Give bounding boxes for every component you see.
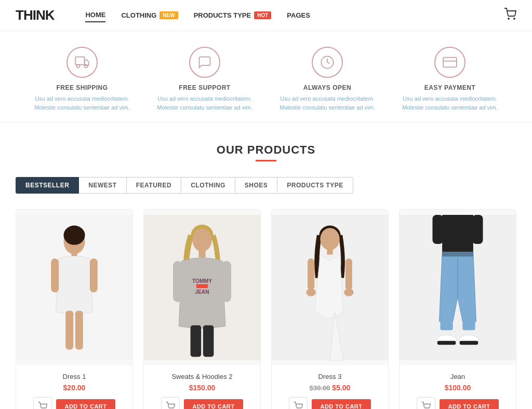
svg-point-39: [344, 289, 354, 296]
product-card-jean: Jean $100.00 ADD TO CART: [399, 209, 516, 409]
svg-rect-52: [460, 341, 478, 345]
svg-rect-26: [221, 261, 231, 302]
feature-easy-payment: EASY PAYMENT Usu ad vero accusata medioc…: [398, 47, 502, 112]
section-title: OUR PRODUCTS: [16, 143, 516, 157]
filter-tabs: BESTSELLER NEWEST FEATURED CLOTHING SHOE…: [16, 177, 516, 194]
svg-rect-6: [443, 58, 457, 67]
feature-support-title: FREE SUPPORT: [179, 84, 230, 91]
product-image-dress1: [16, 210, 132, 365]
cart-icon-jean[interactable]: [417, 397, 435, 409]
tab-products-type[interactable]: PRODUCTS TYPE: [277, 177, 353, 194]
svg-point-1: [514, 18, 515, 19]
svg-rect-45: [472, 215, 483, 244]
svg-rect-15: [75, 311, 83, 350]
feature-support-desc: Usu ad vero accusata mediocritatem. Mole…: [153, 94, 257, 112]
payment-icon: [434, 47, 466, 78]
cart-button[interactable]: [504, 8, 516, 23]
clock-icon: [312, 47, 343, 78]
feature-open-title: ALWAYS OPEN: [303, 84, 351, 91]
feature-payment-desc: Usu ad vero accusata mediocritatem. Mole…: [398, 94, 502, 112]
svg-rect-37: [345, 258, 352, 290]
svg-point-20: [192, 228, 211, 252]
product-card-hoodie: TOMMY JEAN Sweats & Hoodies 2 $150.00: [143, 209, 261, 409]
feature-free-shipping: FREE SHIPPING Usu ad vero accusata medio…: [30, 47, 134, 112]
products-section: OUR PRODUCTS BESTSELLER NEWEST FEATURED …: [0, 122, 532, 409]
svg-rect-12: [51, 258, 59, 292]
add-to-cart-button-hoodie[interactable]: ADD TO CART: [184, 399, 243, 409]
features-section: FREE SHIPPING Usu ad vero accusata medio…: [0, 31, 532, 122]
product-grid: Dress 1 $20.00 ADD TO CART: [16, 209, 516, 409]
product-price-dress1: $20.00: [21, 384, 127, 392]
product-name-dress3: Dress 3: [277, 373, 383, 380]
shipping-icon: [66, 47, 98, 78]
svg-rect-48: [462, 320, 475, 330]
add-to-cart-row-dress1: ADD TO CART: [21, 397, 127, 409]
product-info-jean: Jean $100.00 ADD TO CART: [400, 365, 516, 409]
feature-payment-title: EASY PAYMENT: [424, 84, 475, 91]
tab-shoes[interactable]: SHOES: [235, 177, 278, 194]
svg-point-38: [306, 289, 316, 296]
navbar: THINK HOME CLOTHING NEW PRODUCTS TYPE HO…: [0, 0, 532, 31]
svg-rect-47: [440, 320, 453, 330]
feature-shipping-desc: Usu ad vero accusata mediocritatem. Mole…: [30, 94, 134, 112]
product-info-hoodie: Sweats & Hoodies 2 $150.00 ADD TO CART: [144, 365, 260, 409]
feature-free-support: FREE SUPPORT Usu ad vero accusata medioc…: [153, 47, 257, 112]
tab-bestseller[interactable]: BESTSELLER: [16, 177, 79, 194]
tab-newest[interactable]: NEWEST: [79, 177, 126, 194]
svg-rect-36: [308, 258, 314, 290]
nav-item-home[interactable]: HOME: [85, 8, 105, 22]
section-underline: [256, 160, 276, 161]
product-name-hoodie: Sweats & Hoodies 2: [149, 373, 255, 380]
feature-open-desc: Usu ad vero accusata mediocritatem. Mole…: [275, 94, 379, 112]
product-name-jean: Jean: [405, 373, 511, 380]
product-price-jean: $100.00: [405, 384, 511, 392]
svg-rect-53: [442, 252, 473, 256]
svg-rect-29: [198, 251, 205, 257]
cart-icon-dress1[interactable]: [33, 397, 52, 409]
site-logo[interactable]: THINK: [16, 7, 54, 23]
svg-rect-35: [327, 249, 332, 254]
nav-item-products-type[interactable]: PRODUCTS TYPE HOT: [194, 9, 272, 22]
svg-rect-28: [203, 325, 214, 357]
svg-rect-14: [65, 311, 73, 350]
product-image-jean: [400, 210, 516, 365]
svg-rect-13: [90, 258, 98, 292]
add-to-cart-button-jean[interactable]: ADD TO CART: [440, 399, 498, 409]
product-image-hoodie: TOMMY JEAN: [144, 210, 260, 365]
nav-item-clothing[interactable]: CLOTHING NEW: [121, 9, 178, 22]
product-price-dress3: $30.00$5.00: [277, 384, 383, 392]
svg-point-34: [320, 228, 339, 250]
svg-rect-23: [196, 284, 208, 288]
support-icon: [189, 47, 220, 78]
nav-item-pages[interactable]: PAGES: [287, 9, 310, 22]
svg-point-4: [85, 65, 88, 68]
svg-rect-51: [437, 341, 456, 345]
tab-clothing[interactable]: CLOTHING: [181, 177, 235, 194]
product-info-dress1: Dress 1 $20.00 ADD TO CART: [16, 365, 132, 409]
badge-new: NEW: [159, 11, 178, 19]
feature-shipping-title: FREE SHIPPING: [56, 84, 108, 91]
svg-text:TOMMY: TOMMY: [192, 278, 212, 284]
svg-rect-27: [191, 325, 202, 357]
add-to-cart-button-dress3[interactable]: ADD TO CART: [312, 399, 370, 409]
svg-rect-25: [173, 261, 183, 302]
svg-rect-2: [75, 57, 85, 65]
original-price-dress3: $30.00: [310, 384, 330, 392]
add-to-cart-button-dress1[interactable]: ADD TO CART: [56, 399, 115, 409]
product-price-hoodie: $150.00: [149, 384, 255, 392]
svg-rect-44: [432, 215, 443, 244]
svg-point-0: [508, 18, 509, 19]
product-image-dress3: [272, 210, 388, 365]
add-to-cart-row-hoodie: ADD TO CART: [149, 397, 255, 409]
svg-point-3: [77, 65, 80, 68]
svg-text:JEAN: JEAN: [195, 289, 209, 295]
cart-icon-dress3[interactable]: [289, 397, 308, 409]
add-to-cart-row-jean: ADD TO CART: [405, 397, 511, 409]
product-card-dress1: Dress 1 $20.00 ADD TO CART: [16, 209, 133, 409]
badge-hot: HOT: [254, 11, 271, 19]
feature-always-open: ALWAYS OPEN Usu ad vero accusata mediocr…: [275, 47, 379, 112]
nav-links: HOME CLOTHING NEW PRODUCTS TYPE HOT PAGE…: [85, 8, 504, 22]
tab-featured[interactable]: FEATURED: [127, 177, 181, 194]
cart-icon-hoodie[interactable]: [161, 397, 180, 409]
svg-point-10: [63, 226, 85, 245]
